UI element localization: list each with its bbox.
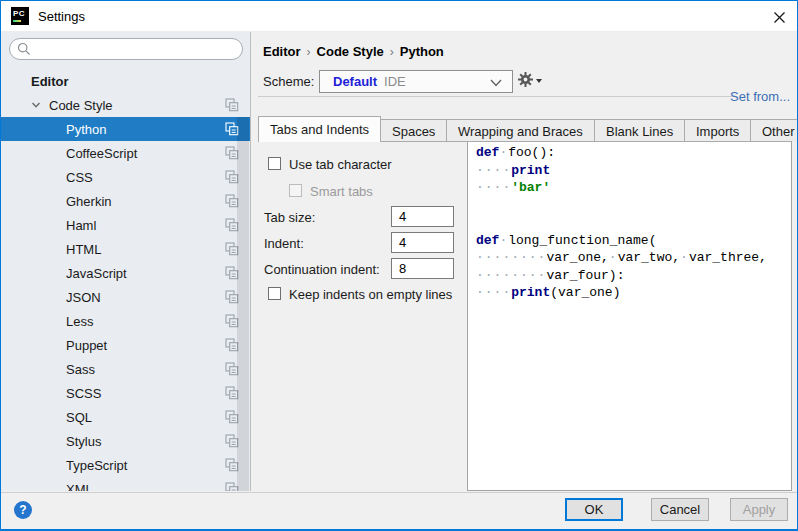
scheme-select[interactable]: Default IDE: [319, 70, 513, 93]
sidebar-item-python[interactable]: Python: [1, 117, 250, 141]
tab-size-label: Tab size:: [264, 210, 315, 225]
continuation-indent-input[interactable]: [391, 258, 454, 279]
continuation-indent-label: Continuation indent:: [264, 262, 380, 277]
code-text: long_function_name(: [508, 233, 656, 248]
sidebar-item-sass[interactable]: Sass: [1, 357, 250, 381]
breadcrumb-item: Code Style: [317, 44, 384, 59]
sidebar-item-haml[interactable]: Haml: [1, 213, 250, 237]
code-line: [476, 214, 767, 232]
code-line: ····'bar': [476, 179, 767, 197]
set-from-link[interactable]: Set from...: [730, 89, 790, 104]
help-button[interactable]: ?: [14, 501, 32, 519]
sidebar-item-label: SQL: [66, 410, 92, 425]
tab-tabs-and-indents[interactable]: Tabs and Indents: [258, 116, 381, 142]
breadcrumb: Editor›Code Style›Python: [263, 44, 444, 59]
sidebar-item-label: CoffeeScript: [66, 146, 137, 161]
code-line: [476, 197, 767, 215]
sidebar-item-puppet[interactable]: Puppet: [1, 333, 250, 357]
sidebar-item-gherkin[interactable]: Gherkin: [1, 189, 250, 213]
code-keyword: print: [511, 163, 550, 178]
sidebar-item-coffeescript[interactable]: CoffeeScript: [1, 141, 250, 165]
sidebar-item-label: Code Style: [49, 98, 113, 113]
code-preview-pane[interactable]: def·foo():····print····'bar' def·long_fu…: [467, 141, 792, 491]
sidebar-item-less[interactable]: Less: [1, 309, 250, 333]
code-text: var_three,: [689, 250, 767, 265]
chevron-down-icon[interactable]: [31, 100, 41, 110]
code-whitespace-dots: ········: [476, 268, 546, 283]
smart-tabs-checkbox[interactable]: [289, 184, 302, 197]
code-line: ········var_four):: [476, 267, 767, 285]
code-whitespace-dots: ·: [680, 250, 689, 265]
code-whitespace-dots: ····: [476, 163, 511, 178]
code-whitespace-dots: ········: [476, 250, 546, 265]
search-box[interactable]: [9, 38, 243, 60]
tab-blank-lines[interactable]: Blank Lines: [594, 119, 685, 142]
header-separator: [258, 96, 735, 97]
apply-button[interactable]: Apply: [730, 498, 788, 521]
code-text: (var_one): [550, 285, 620, 300]
settings-panel: Editor›Code Style›Python Scheme: Default…: [252, 32, 797, 491]
tab-size-input[interactable]: [391, 206, 454, 227]
use-tab-character-label: Use tab character: [289, 157, 392, 172]
settings-window: PC Settings EditorCode StylePythonCoffee…: [0, 0, 798, 531]
tabs-and-indents-form: Use tab character Smart tabs Tab size: I…: [258, 142, 467, 490]
sidebar-item-xml[interactable]: XML: [1, 477, 250, 491]
sidebar-item-label: Sass: [66, 362, 95, 377]
sidebar-item-javascript[interactable]: JavaScript: [1, 261, 250, 285]
code-string: 'bar': [511, 180, 550, 195]
sidebar-item-html[interactable]: HTML: [1, 237, 250, 261]
sidebar-item-label: HTML: [66, 242, 101, 257]
gear-icon: [518, 72, 533, 87]
search-icon: [17, 42, 31, 56]
code-whitespace-dots: ····: [476, 180, 511, 195]
code-text: var_one,: [546, 250, 608, 265]
settings-tree: EditorCode StylePythonCoffeeScriptCSSGhe…: [1, 69, 250, 491]
code-line: ········var_one,·var_two,·var_three,: [476, 249, 767, 267]
copy-scheme-icon: [225, 98, 239, 112]
sidebar-item-code-style[interactable]: Code Style: [1, 93, 250, 117]
code-whitespace-dots: ····: [476, 285, 511, 300]
sidebar-item-label: Editor: [31, 74, 69, 89]
sidebar-item-json[interactable]: JSON: [1, 285, 250, 309]
code-whitespace-dots: ·: [499, 233, 508, 248]
title-bar: PC Settings: [1, 1, 797, 32]
sidebar-item-label: Less: [66, 314, 93, 329]
sidebar-item-label: TypeScript: [66, 458, 127, 473]
code-keyword: def: [476, 145, 499, 160]
search-input[interactable]: [35, 41, 242, 57]
indent-label: Indent:: [264, 236, 304, 251]
breadcrumb-separator: ›: [384, 45, 400, 59]
code-text: foo():: [508, 145, 555, 160]
sidebar-item-typescript[interactable]: TypeScript: [1, 453, 250, 477]
sidebar-item-label: SCSS: [66, 386, 101, 401]
close-icon[interactable]: [770, 8, 788, 26]
sidebar-item-label: Gherkin: [66, 194, 112, 209]
tab-imports[interactable]: Imports: [684, 119, 751, 142]
scheme-value: Default: [333, 74, 377, 89]
sidebar-item-editor[interactable]: Editor: [1, 69, 250, 93]
sidebar-item-css[interactable]: CSS: [1, 165, 250, 189]
sidebar-item-label: CSS: [66, 170, 93, 185]
keep-indents-checkbox[interactable]: [268, 287, 281, 300]
code-keyword: def: [476, 233, 499, 248]
cancel-button[interactable]: Cancel: [651, 498, 709, 521]
sidebar-item-label: Haml: [66, 218, 96, 233]
sidebar-item-sql[interactable]: SQL: [1, 405, 250, 429]
indent-input[interactable]: [391, 232, 454, 253]
scheme-actions-button[interactable]: [518, 72, 542, 87]
code-whitespace-dots: ·: [499, 145, 508, 160]
use-tab-character-checkbox[interactable]: [268, 157, 281, 170]
code-style-tabs: Tabs and IndentsSpacesWrapping and Brace…: [258, 116, 797, 142]
sidebar-item-scss[interactable]: SCSS: [1, 381, 250, 405]
sidebar-item-stylus[interactable]: Stylus: [1, 429, 250, 453]
ok-button[interactable]: OK: [565, 498, 623, 521]
tab-wrapping-and-braces[interactable]: Wrapping and Braces: [446, 119, 595, 142]
breadcrumb-separator: ›: [301, 45, 317, 59]
tab-other[interactable]: Other: [750, 119, 798, 142]
gear-dropdown-arrow-icon: [536, 79, 542, 83]
pycharm-logo-icon: PC: [11, 7, 29, 25]
sidebar-scrollbar[interactable]: [237, 117, 249, 491]
code-line: ····print(var_one): [476, 284, 767, 302]
tab-spaces[interactable]: Spaces: [380, 119, 447, 142]
dialog-footer: ? OK Cancel Apply: [1, 492, 797, 529]
